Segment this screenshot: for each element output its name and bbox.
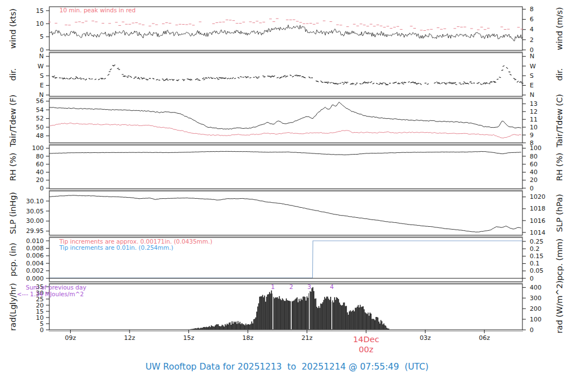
pcp-left-axis-title: pcp. (in) (8, 242, 17, 276)
rad-left-axis-title: rad(Lgly/hr) (8, 283, 17, 330)
wind-direction-mark (376, 83, 378, 83)
wind-direction-mark (343, 83, 345, 85)
wind-left-tick-label: 15 (36, 7, 44, 15)
wind-direction-mark (108, 74, 109, 76)
dir-right-tick-label: S (530, 72, 534, 80)
rh-right-tick-label: 80 (530, 153, 538, 160)
x-axis-tick-label: 03z (420, 334, 431, 342)
slp-left-axis-title: SLP (inHg) (8, 192, 17, 234)
rh-left-axis-title: RH (%) (8, 153, 17, 181)
rh-right-tick-label: 20 (530, 176, 538, 184)
wind-direction-mark (117, 68, 119, 68)
wind-direction-mark (277, 77, 279, 78)
wind-direction-mark (196, 78, 198, 79)
wind-direction-mark (53, 76, 55, 76)
pcp-right-tick-label: 0.2 (530, 245, 540, 253)
wind-direction-mark (75, 78, 76, 79)
rad-right-tick-label: 0 (530, 326, 534, 334)
wind-direction-mark (521, 83, 523, 84)
wind-direction-mark (439, 83, 441, 84)
wind-direction-mark (443, 82, 445, 83)
wind-direction-mark (162, 79, 164, 80)
temp-left-tick-label: 48 (36, 132, 44, 139)
wind-direction-mark (232, 77, 233, 79)
wind-direction-mark (70, 77, 71, 79)
pcp-left-tick-label: 0.006 (26, 252, 44, 259)
wind-direction-mark (202, 78, 204, 79)
wind-direction-mark (83, 78, 85, 79)
meteogram-page: 15105086420wind (kts)wind (m/s)10 min. p… (0, 0, 574, 392)
pcp-right-tick-label: 0 (530, 275, 534, 282)
wind-direction-mark (79, 78, 81, 78)
rad-left-tick-label: 0 (40, 326, 44, 334)
wind-direction-mark (342, 82, 344, 83)
temp-right-tick-label: 10 (530, 124, 538, 131)
wind-direction-mark (441, 82, 443, 83)
wind-direction-mark (480, 84, 482, 85)
rh-left-tick-label: 20 (36, 176, 44, 184)
wind-direction-mark (379, 83, 381, 83)
wind-direction-mark (484, 83, 485, 83)
panel-slp: 30.1030.0530.0029.951020101810161014SLP … (8, 191, 564, 237)
wind-direction-mark (133, 77, 135, 78)
wind-direction-mark (91, 79, 92, 80)
x-axis: 09z12z15z18z21z03z06z14Dec00z (65, 330, 490, 354)
dir-left-tick-label: S (40, 72, 44, 80)
temp-right-tick-label: 12 (530, 108, 538, 115)
wind-direction-mark (434, 82, 436, 83)
panel-wind: 15105086420wind (kts)wind (m/s)10 min. p… (8, 6, 564, 54)
wind-direction-mark (499, 77, 501, 77)
rh-left-tick-label: 60 (36, 161, 44, 168)
wind-direction-mark (172, 80, 173, 80)
temp-left-axis-title: Tair/Tdew (F) (8, 95, 17, 147)
wind-direction-mark (208, 77, 210, 78)
slp-right-tick-label: 1014 (530, 229, 545, 236)
sea-level-pressure-trace (49, 195, 521, 232)
slp-right-tick-label: 1018 (530, 205, 545, 212)
dir-right-tick-label: E (530, 82, 534, 89)
wind-direction-mark (227, 78, 229, 80)
wind-direction-mark (238, 77, 239, 78)
panel-rh: 100806040200100806040200RH (%)RH (%) (8, 144, 564, 192)
wind-direction-mark (327, 82, 329, 83)
wind-direction-mark (284, 76, 285, 76)
wind-direction-mark (234, 78, 236, 79)
wind-direction-mark (147, 80, 149, 80)
temp-left-tick-label: 52 (36, 115, 44, 122)
wind-direction-mark (77, 78, 78, 79)
rh-left-tick-label: 80 (36, 153, 44, 160)
wind-direction-mark (401, 82, 402, 83)
date-break-label-hour: 00z (359, 345, 373, 354)
wind-right-tick-label: 6 (530, 16, 534, 23)
wind-direction-mark (166, 80, 168, 81)
wind-direction-mark (370, 81, 372, 83)
wind-annotation: 10 min. peak winds in red (59, 7, 136, 13)
x-axis-tick-label: 18z (242, 334, 253, 342)
pcp-right-axis-title: pcp. (mm) (555, 239, 564, 281)
rh-right-axis-title: RH (%) (555, 153, 564, 181)
wind-direction-mark (141, 77, 142, 79)
x-axis-tick-label: 12z (124, 334, 135, 342)
wind-direction-mark (256, 76, 257, 78)
wind-direction-mark (138, 78, 140, 79)
wind-direction-mark (206, 78, 207, 78)
dir-right-tick-label: W (530, 63, 536, 70)
wind-direction-mark (229, 78, 231, 79)
rad-right-tick-label: 200 (530, 305, 541, 312)
wind-direction-mark (240, 76, 242, 77)
slp-right-tick-label: 1016 (530, 217, 545, 225)
tip-mark-label: 4 (330, 283, 334, 291)
dir-right-tick-label: N (530, 53, 534, 60)
dir-right-tick-label: N (530, 91, 534, 99)
wind-direction-mark (285, 77, 286, 77)
chart-footer-title: UW Rooftop Data for 20251213 to 20251214… (0, 362, 574, 372)
wind-direction-mark (368, 82, 369, 83)
panel-dir: NWSENNWSENdir.dir. (8, 53, 564, 99)
wind-direction-mark (220, 77, 221, 78)
wind-direction-mark (405, 82, 406, 83)
temp-right-tick-label: 11 (530, 116, 538, 123)
slp-left-tick-label: 29.95 (26, 227, 44, 235)
wind-direction-mark (182, 80, 184, 80)
x-axis-tick-label: 09z (65, 334, 76, 342)
rh-right-tick-label: 40 (530, 169, 538, 176)
